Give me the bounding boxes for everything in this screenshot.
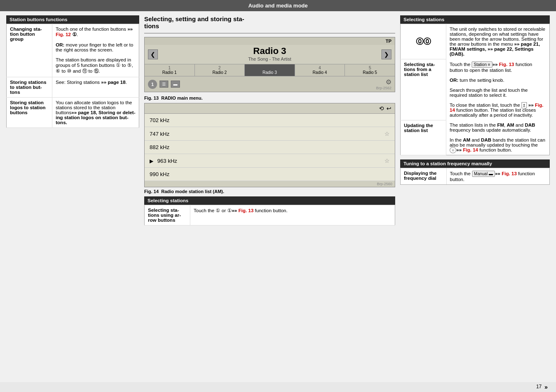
page-title: Audio and media mode [248, 2, 308, 9]
station-row-747[interactable]: 747 kHz ☆ [145, 127, 395, 141]
station-btn-3[interactable]: 3 Radio 3 [245, 64, 295, 76]
update-icon: ○ [450, 147, 456, 153]
row-icon: ⓪⓪ [401, 24, 446, 59]
back-icon[interactable]: ↩ [386, 105, 391, 112]
station-list-display: ⟲ ↩ 702 kHz 747 kHz ☆ 882 kHz ▶ 963 kHz … [144, 103, 395, 187]
radio-station-name: Radio 3 [158, 46, 381, 56]
refresh-icon[interactable]: ⟲ [379, 105, 384, 112]
radio-song-info: The Song - The Artist [158, 56, 381, 63]
star-icon-747: ☆ [384, 130, 390, 137]
right-column: Selecting stations ⓪⓪ The unit only swit… [400, 15, 550, 378]
close-list-btn: ± [522, 102, 527, 108]
row-content: Touch the Manual ▬»» Fig. 13 function bu… [446, 168, 549, 184]
page-number: 17 [536, 384, 541, 390]
table-row: Storing station logos to station buttons… [7, 98, 139, 128]
table-row: Selecting sta­tions from a station list … [401, 59, 550, 120]
manual-btn[interactable]: ▬ [171, 81, 180, 88]
row-label: Storing stations to station but­tons [7, 77, 52, 98]
station-row-702[interactable]: 702 kHz [145, 114, 395, 127]
row-label: Changing sta­tion button group [7, 24, 52, 77]
right-selecting-table: ⓪⓪ The unit only switches to stored or r… [400, 24, 550, 155]
station-freq-990: 990 kHz [150, 171, 170, 177]
table-row: ⓪⓪ The unit only switches to stored or r… [401, 24, 550, 59]
functions-table: Changing sta­tion button group Touch one… [6, 24, 139, 128]
station-row-990[interactable]: 990 kHz [145, 168, 395, 181]
settings-icon[interactable]: ⚙ [386, 78, 391, 86]
row-content: See: Storing stations »» page 18. [52, 77, 139, 98]
middle-column: Selecting, setting and storing sta- tion… [144, 15, 395, 378]
station-btn-4[interactable]: 4 Radio 4 [295, 64, 345, 76]
row-label: Updating the station list [401, 120, 446, 155]
station-freq-963: ▶ 963 kHz [150, 158, 177, 164]
table-row: Storing stations to station but­tons See… [7, 77, 139, 98]
row-content: Touch one of the function buttons »» Fig… [52, 24, 139, 77]
num-btn-1[interactable]: 1 [148, 80, 157, 89]
selecting-stations-header-right: Selecting stations [400, 15, 550, 24]
radio-station-buttons: 1 Radio 1 2 Radio 2 3 Radio 3 4 Radio 4 … [145, 64, 395, 76]
table-row: Displaying the frequency dial Touch the … [401, 168, 549, 184]
page-header: Audio and media mode [0, 0, 556, 11]
brp-label-14: Brp-2560 [145, 181, 395, 187]
menu-btn[interactable]: ☰ [160, 81, 168, 88]
row-label: Selecting sta­tions using ar­row buttons [145, 205, 190, 225]
tp-label: TP [386, 39, 391, 44]
page-content: Station buttons functions Changing sta­t… [0, 11, 556, 382]
footer: 17 » [0, 382, 556, 392]
station-btn-1[interactable]: 1 Radio 1 [145, 64, 195, 76]
row-content: Touch the ① or ①»» Fig. 13 function butt… [190, 205, 395, 225]
station-btn-label: Station ≡ [472, 61, 492, 68]
station-btn-5[interactable]: 5 Radio 5 [345, 64, 395, 76]
fig14-caption: Fig. 14 Radio mode station list (AM). [144, 189, 395, 194]
selecting-stations-header-mid: Selecting stations [144, 196, 395, 205]
row-content: The unit only switches to stored or rece… [446, 24, 550, 59]
station-row-882[interactable]: 882 kHz [145, 141, 395, 154]
radio-bottom-left: 1 ☰ ▬ [148, 80, 180, 89]
nav-right-btn[interactable]: ❯ [381, 49, 391, 59]
row-content: You can allocate station logos to the st… [52, 98, 139, 128]
next-page-icon[interactable]: » [544, 384, 548, 390]
left-section-header: Station buttons functions [6, 15, 139, 24]
table-row: Changing sta­tion button group Touch one… [7, 24, 139, 77]
tuning-table: Displaying the frequency dial Touch the … [401, 168, 549, 184]
fig13-caption: Fig. 13 RADIO main menu. [144, 96, 395, 100]
row-label: Displaying the frequency dial [401, 168, 446, 184]
station-freq-702: 702 kHz [150, 117, 170, 123]
station-list-top: ⟲ ↩ [145, 103, 395, 114]
nav-left-btn[interactable]: ❮ [148, 49, 158, 59]
row-content: The station lists in the FM, AM and DAB … [446, 120, 550, 155]
selecting-stations-table: Selecting sta­tions using ar­row buttons… [144, 205, 395, 225]
radio-bottom-bar: 1 ☰ ▬ ⚙ Brp-2562 [145, 76, 395, 92]
manual-btn-label: Manual ▬ [472, 171, 495, 177]
station-freq-882: 882 kHz [150, 144, 170, 150]
radio-center: Radio 3 The Song - The Artist [158, 46, 381, 63]
station-btn-2[interactable]: 2 Radio 2 [195, 64, 245, 76]
brp-label: Brp-2562 [376, 86, 391, 90]
table-row: Updating the station list The station li… [401, 120, 550, 155]
station-row-963[interactable]: ▶ 963 kHz ☆ [145, 154, 395, 168]
tuning-section: Displaying the frequency dial Touch the … [400, 168, 550, 185]
left-column: Station buttons functions Changing sta­t… [6, 15, 139, 378]
station-freq-747: 747 kHz [150, 131, 170, 137]
middle-section-title: Selecting, setting and storing sta- tion… [144, 15, 395, 29]
radio-bottom-right: ⚙ Brp-2562 [376, 78, 391, 90]
play-icon-963: ▶ [150, 158, 153, 164]
star-icon-963: ☆ [384, 157, 390, 164]
row-content: Touch the Station ≡»» Fig. 13 function b… [446, 59, 550, 120]
radio-display: TP ❮ Radio 3 The Song - The Artist ❯ 1 R… [144, 37, 395, 92]
radio-main-row: ❮ Radio 3 The Song - The Artist ❯ [145, 45, 395, 64]
table-row: Selecting sta­tions using ar­row buttons… [145, 205, 395, 225]
radio-top-bar: TP [145, 37, 395, 45]
row-label: Selecting sta­tions from a station list [401, 59, 446, 120]
row-label: Storing station logos to station buttons [7, 98, 52, 128]
tuning-header: Tuning to a station frequency manually [400, 159, 550, 168]
